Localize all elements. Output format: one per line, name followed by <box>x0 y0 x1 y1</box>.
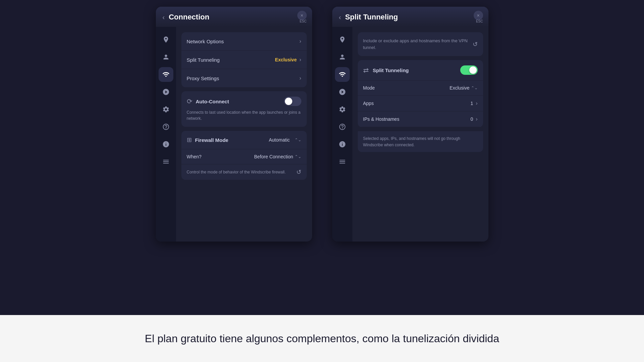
panel1-title: Connection <box>169 13 305 21</box>
split-mode-dropdown-icon[interactable]: ⌃⌄ <box>471 86 478 90</box>
split-apps-chevron: › <box>476 100 477 106</box>
firewall-icon: ⊞ <box>187 136 192 144</box>
split-mode-value: Exclusive <box>449 85 469 91</box>
panel2-sidebar-item-info[interactable] <box>335 137 350 152</box>
split-tunneling-item[interactable]: Split Tunneling Exclusive › <box>181 51 307 69</box>
auto-connect-header: ⟳ Auto-Connect <box>187 97 301 106</box>
proxy-settings-chevron: › <box>299 75 301 81</box>
network-options-item[interactable]: Network Options › <box>181 32 307 51</box>
firewall-header: ⊞ Firewall Mode Automatic ⌃⌄ <box>181 131 307 149</box>
panel2-esc-label: ESC <box>476 19 483 23</box>
sidebar-item-general[interactable] <box>159 85 173 99</box>
panel2-sidebar-item-connection[interactable] <box>335 67 350 82</box>
connection-panel: ‹ Connection × ESC <box>156 7 312 242</box>
panel2-body: Include or exclude apps and hostnames fr… <box>332 27 488 242</box>
panel2-title: Split Tunneling <box>345 13 481 21</box>
split-apps-row[interactable]: Apps 1 › <box>358 96 483 111</box>
main-area: ‹ Connection × ESC <box>0 0 644 315</box>
network-options-chevron: › <box>299 38 301 44</box>
panel1-body: Network Options › Split Tunneling Exclus… <box>156 27 312 242</box>
caption-text: El plan gratuito tiene algunos complemen… <box>145 331 499 346</box>
panel2-sidebar-item-general[interactable] <box>335 85 350 99</box>
split-tunnel-info-card: Include or exclude apps and hostnames fr… <box>358 32 483 56</box>
panel1-header: ‹ Connection × ESC <box>156 7 312 27</box>
split-ips-row[interactable]: IPs & Hostnames 0 › <box>358 111 483 127</box>
split-tunnel-toggle-knob <box>469 66 477 74</box>
sidebar-item-prefs[interactable] <box>159 154 173 169</box>
panel2-content: Include or exclude apps and hostnames fr… <box>352 27 488 242</box>
firewall-description: Control the mode of behavior of the Wind… <box>187 169 286 175</box>
auto-connect-label: Auto-Connect <box>196 99 229 104</box>
panel2-sidebar-item-location[interactable] <box>335 32 350 47</box>
panel1-sidebar <box>156 27 176 242</box>
panel2-sidebar-item-account[interactable] <box>335 50 350 64</box>
split-mode-label: Mode <box>363 85 450 91</box>
firewall-card: ⊞ Firewall Mode Automatic ⌃⌄ When? Befor… <box>181 131 307 180</box>
panel2-header: ‹ Split Tunneling × ESC <box>332 7 488 27</box>
caption-bar: El plan gratuito tiene algunos complemen… <box>0 315 644 362</box>
toggle-knob <box>285 98 292 105</box>
auto-connect-card: ⟳ Auto-Connect Connects to last used loc… <box>181 91 307 127</box>
split-tunnel-info-icon[interactable]: ↺ <box>473 41 478 48</box>
panel2-sidebar-item-prefs[interactable] <box>335 154 350 169</box>
firewall-label: Firewall Mode <box>195 137 266 143</box>
split-tunnel-footer-text: Selected apps, IPs, and hostnames will n… <box>363 136 461 147</box>
firewall-when-dropdown-icon[interactable]: ⌃⌄ <box>295 154 301 159</box>
sidebar-item-settings[interactable] <box>159 102 173 117</box>
split-tunneling-value: Exclusive <box>275 57 297 62</box>
split-tunnel-toggle-row: ⇄ Split Tunneling <box>358 60 483 81</box>
panel2-sidebar-item-settings[interactable] <box>335 102 350 117</box>
split-apps-label: Apps <box>363 101 471 106</box>
firewall-desc-row: Control the mode of behavior of the Wind… <box>181 164 307 180</box>
auto-connect-description: Connects to last used location when the … <box>187 109 301 121</box>
split-ips-count: 0 <box>470 116 473 122</box>
auto-connect-icon: ⟳ <box>187 97 192 105</box>
connection-menu-card: Network Options › Split Tunneling Exclus… <box>181 32 307 87</box>
split-tunnel-footer: Selected apps, IPs, and hostnames will n… <box>358 131 483 152</box>
panel2-close-button[interactable]: × <box>474 11 483 20</box>
panel1-back-button[interactable]: ‹ <box>163 13 165 21</box>
sidebar-item-connection[interactable] <box>159 67 173 82</box>
panel2-sidebar-item-help[interactable] <box>335 119 350 134</box>
firewall-value: Automatic <box>269 137 290 143</box>
panel2-back-button[interactable]: ‹ <box>339 13 341 21</box>
split-tunnel-label: Split Tunneling <box>373 67 456 73</box>
panel1-esc-label: ESC <box>300 19 307 23</box>
firewall-dropdown-icon[interactable]: ⌃⌄ <box>295 138 301 142</box>
panel1-content: Network Options › Split Tunneling Exclus… <box>176 27 312 242</box>
panel1-close-button[interactable]: × <box>297 11 307 20</box>
firewall-when-label: When? <box>187 154 254 159</box>
sidebar-item-account[interactable] <box>159 50 173 64</box>
split-ips-chevron: › <box>476 116 477 122</box>
split-tunneling-panel: ‹ Split Tunneling × ESC <box>332 7 488 242</box>
split-tunnel-info-text: Include or exclude apps and hostnames fr… <box>363 38 469 51</box>
split-tunnel-toggle[interactable] <box>460 65 478 75</box>
panel2-sidebar <box>332 27 352 242</box>
split-mode-row: Mode Exclusive ⌃⌄ <box>358 81 483 96</box>
split-apps-count: 1 <box>470 101 473 106</box>
firewall-info-button[interactable]: ↺ <box>296 168 301 176</box>
proxy-settings-item[interactable]: Proxy Settings › <box>181 69 307 87</box>
split-tunnel-main-card: ⇄ Split Tunneling Mode Exclusive ⌃⌄ Apps <box>358 60 483 127</box>
firewall-when-row: When? Before Connection ⌃⌄ <box>181 149 307 164</box>
split-ips-label: IPs & Hostnames <box>363 116 471 122</box>
sidebar-item-location[interactable] <box>159 32 173 47</box>
split-tunnel-icon: ⇄ <box>363 66 369 74</box>
sidebar-item-info[interactable] <box>159 137 173 152</box>
auto-connect-toggle[interactable] <box>284 97 301 106</box>
sidebar-item-help[interactable] <box>159 119 173 134</box>
split-tunneling-chevron: › <box>299 57 301 63</box>
firewall-when-value: Before Connection <box>254 154 293 159</box>
